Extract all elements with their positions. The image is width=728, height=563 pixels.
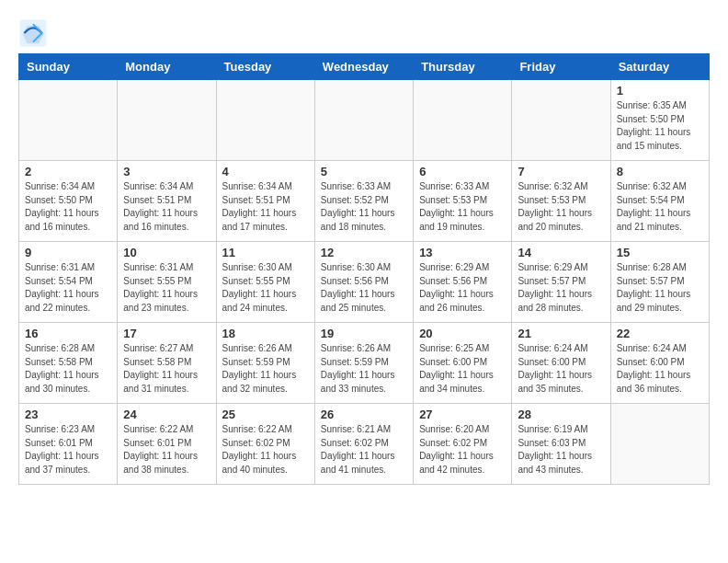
daylight-text: Daylight: 11 hours and 18 minutes. <box>321 208 395 232</box>
daylight-text: Daylight: 11 hours and 37 minutes. <box>25 451 99 475</box>
day-info: Sunrise: 6:24 AM Sunset: 6:00 PM Dayligh… <box>518 342 604 396</box>
calendar-cell: 12 Sunrise: 6:30 AM Sunset: 5:56 PM Dayl… <box>314 242 413 323</box>
day-info: Sunrise: 6:30 AM Sunset: 5:55 PM Dayligh… <box>222 261 309 315</box>
day-number: 16 <box>25 327 111 340</box>
daylight-text: Daylight: 11 hours and 16 minutes. <box>25 208 99 232</box>
sunset-text: Sunset: 5:57 PM <box>617 276 685 286</box>
sunrise-text: Sunrise: 6:34 AM <box>222 181 292 191</box>
calendar-cell: 1 Sunrise: 6:35 AM Sunset: 5:50 PM Dayli… <box>610 80 709 161</box>
day-info: Sunrise: 6:21 AM Sunset: 6:02 PM Dayligh… <box>321 423 407 477</box>
calendar-cell <box>19 80 118 161</box>
day-info: Sunrise: 6:33 AM Sunset: 5:52 PM Dayligh… <box>321 180 407 234</box>
sunrise-text: Sunrise: 6:29 AM <box>518 262 587 272</box>
sunrise-text: Sunrise: 6:23 AM <box>25 424 95 434</box>
daylight-text: Daylight: 11 hours and 30 minutes. <box>25 370 99 394</box>
calendar-cell: 14 Sunrise: 6:29 AM Sunset: 5:57 PM Dayl… <box>512 242 610 323</box>
calendar-cell: 16 Sunrise: 6:28 AM Sunset: 5:58 PM Dayl… <box>19 323 118 404</box>
daylight-text: Daylight: 11 hours and 29 minutes. <box>617 289 691 313</box>
sunrise-text: Sunrise: 6:33 AM <box>321 181 391 191</box>
daylight-text: Daylight: 11 hours and 41 minutes. <box>321 451 395 475</box>
day-info: Sunrise: 6:34 AM Sunset: 5:51 PM Dayligh… <box>222 180 309 234</box>
sunset-text: Sunset: 5:52 PM <box>321 195 389 205</box>
day-info: Sunrise: 6:26 AM Sunset: 5:59 PM Dayligh… <box>321 342 407 396</box>
calendar-cell: 18 Sunrise: 6:26 AM Sunset: 5:59 PM Dayl… <box>216 323 314 404</box>
daylight-text: Daylight: 11 hours and 43 minutes. <box>518 451 592 475</box>
daylight-text: Daylight: 11 hours and 20 minutes. <box>518 208 592 232</box>
calendar-cell: 23 Sunrise: 6:23 AM Sunset: 6:01 PM Dayl… <box>19 404 118 485</box>
sunrise-text: Sunrise: 6:20 AM <box>419 424 489 434</box>
sunset-text: Sunset: 6:02 PM <box>222 438 290 448</box>
day-number: 21 <box>518 327 604 340</box>
daylight-text: Daylight: 11 hours and 24 minutes. <box>222 289 297 313</box>
day-number: 15 <box>617 246 703 259</box>
day-number: 14 <box>518 246 604 259</box>
sunset-text: Sunset: 5:55 PM <box>222 276 290 286</box>
day-info: Sunrise: 6:20 AM Sunset: 6:02 PM Dayligh… <box>419 423 506 477</box>
day-info: Sunrise: 6:27 AM Sunset: 5:58 PM Dayligh… <box>123 342 210 396</box>
day-info: Sunrise: 6:28 AM Sunset: 5:57 PM Dayligh… <box>617 261 703 315</box>
day-info: Sunrise: 6:32 AM Sunset: 5:53 PM Dayligh… <box>518 180 604 234</box>
sunrise-text: Sunrise: 6:33 AM <box>419 181 489 191</box>
daylight-text: Daylight: 11 hours and 15 minutes. <box>617 127 691 151</box>
calendar-cell: 7 Sunrise: 6:32 AM Sunset: 5:53 PM Dayli… <box>512 161 610 242</box>
day-number: 8 <box>617 165 703 178</box>
sunset-text: Sunset: 6:03 PM <box>518 438 586 448</box>
sunset-text: Sunset: 5:51 PM <box>123 195 191 205</box>
calendar-header: SundayMondayTuesdayWednesdayThursdayFrid… <box>19 54 710 80</box>
calendar-cell: 27 Sunrise: 6:20 AM Sunset: 6:02 PM Dayl… <box>414 404 512 485</box>
sunrise-text: Sunrise: 6:21 AM <box>321 424 391 434</box>
sunrise-text: Sunrise: 6:30 AM <box>321 262 391 272</box>
logo <box>18 18 51 48</box>
sunrise-text: Sunrise: 6:22 AM <box>123 424 193 434</box>
daylight-text: Daylight: 11 hours and 25 minutes. <box>321 289 395 313</box>
day-info: Sunrise: 6:25 AM Sunset: 6:00 PM Dayligh… <box>419 342 506 396</box>
calendar-week-3: 16 Sunrise: 6:28 AM Sunset: 5:58 PM Dayl… <box>19 323 710 404</box>
calendar-cell: 19 Sunrise: 6:26 AM Sunset: 5:59 PM Dayl… <box>314 323 413 404</box>
calendar-cell: 24 Sunrise: 6:22 AM Sunset: 6:01 PM Dayl… <box>118 404 216 485</box>
calendar-cell: 4 Sunrise: 6:34 AM Sunset: 5:51 PM Dayli… <box>216 161 314 242</box>
sunrise-text: Sunrise: 6:22 AM <box>222 424 292 434</box>
daylight-text: Daylight: 11 hours and 36 minutes. <box>617 370 691 394</box>
day-number: 5 <box>321 165 407 178</box>
calendar-cell: 25 Sunrise: 6:22 AM Sunset: 6:02 PM Dayl… <box>216 404 314 485</box>
calendar-cell: 8 Sunrise: 6:32 AM Sunset: 5:54 PM Dayli… <box>610 161 709 242</box>
daylight-text: Daylight: 11 hours and 22 minutes. <box>25 289 99 313</box>
daylight-text: Daylight: 11 hours and 38 minutes. <box>123 451 198 475</box>
sunset-text: Sunset: 6:01 PM <box>25 438 93 448</box>
calendar-cell: 22 Sunrise: 6:24 AM Sunset: 6:00 PM Dayl… <box>610 323 709 404</box>
calendar-table: SundayMondayTuesdayWednesdayThursdayFrid… <box>18 53 710 485</box>
daylight-text: Daylight: 11 hours and 26 minutes. <box>419 289 494 313</box>
sunset-text: Sunset: 5:53 PM <box>518 195 586 205</box>
day-info: Sunrise: 6:23 AM Sunset: 6:01 PM Dayligh… <box>25 423 111 477</box>
weekday-header-saturday: Saturday <box>610 54 709 80</box>
sunrise-text: Sunrise: 6:29 AM <box>419 262 489 272</box>
sunset-text: Sunset: 5:57 PM <box>518 276 586 286</box>
day-info: Sunrise: 6:29 AM Sunset: 5:56 PM Dayligh… <box>419 261 506 315</box>
day-info: Sunrise: 6:32 AM Sunset: 5:54 PM Dayligh… <box>617 180 703 234</box>
calendar-cell: 17 Sunrise: 6:27 AM Sunset: 5:58 PM Dayl… <box>118 323 216 404</box>
sunset-text: Sunset: 6:00 PM <box>518 357 586 367</box>
daylight-text: Daylight: 11 hours and 31 minutes. <box>123 370 198 394</box>
day-info: Sunrise: 6:33 AM Sunset: 5:53 PM Dayligh… <box>419 180 506 234</box>
calendar-body: 1 Sunrise: 6:35 AM Sunset: 5:50 PM Dayli… <box>19 80 710 485</box>
calendar-cell: 26 Sunrise: 6:21 AM Sunset: 6:02 PM Dayl… <box>314 404 413 485</box>
sunrise-text: Sunrise: 6:27 AM <box>123 343 193 353</box>
weekday-row: SundayMondayTuesdayWednesdayThursdayFrid… <box>19 54 710 80</box>
sunrise-text: Sunrise: 6:24 AM <box>518 343 587 353</box>
daylight-text: Daylight: 11 hours and 35 minutes. <box>518 370 592 394</box>
sunset-text: Sunset: 5:50 PM <box>617 114 685 124</box>
calendar-cell: 15 Sunrise: 6:28 AM Sunset: 5:57 PM Dayl… <box>610 242 709 323</box>
sunset-text: Sunset: 5:53 PM <box>419 195 487 205</box>
day-info: Sunrise: 6:19 AM Sunset: 6:03 PM Dayligh… <box>518 423 604 477</box>
calendar-week-1: 2 Sunrise: 6:34 AM Sunset: 5:50 PM Dayli… <box>19 161 710 242</box>
day-info: Sunrise: 6:31 AM Sunset: 5:55 PM Dayligh… <box>123 261 210 315</box>
daylight-text: Daylight: 11 hours and 33 minutes. <box>321 370 395 394</box>
weekday-header-wednesday: Wednesday <box>314 54 413 80</box>
page: SundayMondayTuesdayWednesdayThursdayFrid… <box>0 0 728 494</box>
sunset-text: Sunset: 5:51 PM <box>222 195 290 205</box>
calendar-week-2: 9 Sunrise: 6:31 AM Sunset: 5:54 PM Dayli… <box>19 242 710 323</box>
sunrise-text: Sunrise: 6:19 AM <box>518 424 587 434</box>
calendar-cell <box>414 80 512 161</box>
day-number: 12 <box>321 246 407 259</box>
calendar-week-4: 23 Sunrise: 6:23 AM Sunset: 6:01 PM Dayl… <box>19 404 710 485</box>
